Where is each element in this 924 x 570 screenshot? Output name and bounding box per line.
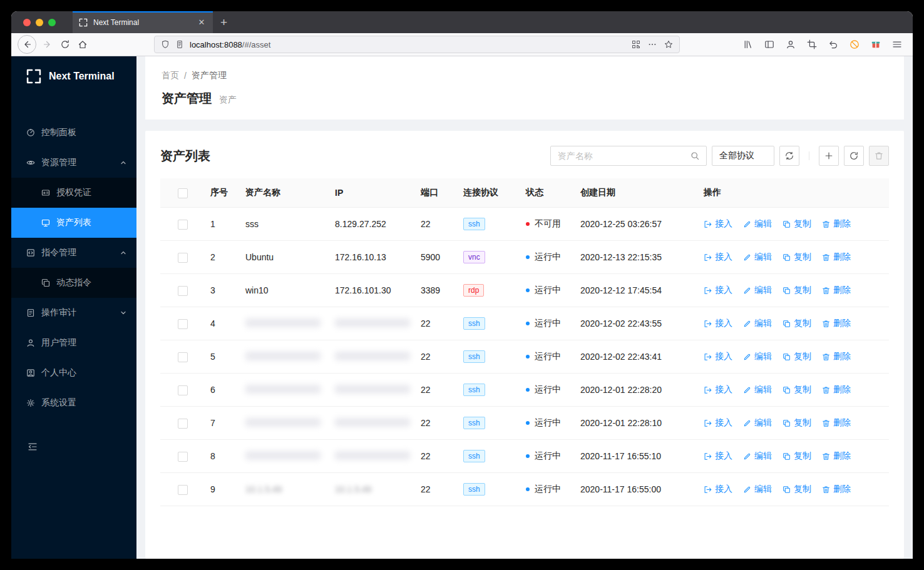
zoom-button[interactable] <box>48 19 56 26</box>
breadcrumb-home[interactable]: 首页 <box>162 70 179 81</box>
sidebar-item-dashboard[interactable]: 控制面板 <box>11 118 136 148</box>
app-logo[interactable]: Next Terminal <box>11 56 136 96</box>
edit-button[interactable]: 编辑 <box>743 351 772 362</box>
copy-button[interactable]: 复制 <box>783 351 811 362</box>
gift-extension-icon[interactable] <box>866 36 885 53</box>
row-checkbox[interactable] <box>178 319 188 329</box>
copy-button[interactable]: 复制 <box>783 252 811 263</box>
reload-button[interactable] <box>56 36 74 53</box>
search-input[interactable] <box>558 151 690 161</box>
browser-tab[interactable]: Next Terminal ✕ <box>73 11 213 33</box>
row-checkbox[interactable] <box>178 253 188 263</box>
row-checkbox[interactable] <box>178 452 188 462</box>
row-checkbox[interactable] <box>178 286 188 296</box>
sidebar-item-label: 控制面板 <box>41 127 76 138</box>
copy-button[interactable]: 复制 <box>783 417 811 429</box>
menu-hamburger-icon[interactable] <box>888 36 906 53</box>
delete-row-button[interactable]: 删除 <box>822 252 851 263</box>
sidebar-item-users[interactable]: 用户管理 <box>11 328 136 358</box>
access-button[interactable]: 接入 <box>704 484 732 495</box>
close-button[interactable] <box>23 19 31 26</box>
sidebar-item-settings[interactable]: 系统设置 <box>11 388 136 418</box>
sidebar-collapse-button[interactable] <box>11 442 136 452</box>
protocol-filter-select[interactable]: 全部协议 <box>712 146 774 166</box>
new-tab-button[interactable]: + <box>220 16 227 28</box>
delete-row-button[interactable]: 删除 <box>822 384 851 395</box>
delete-row-button[interactable]: 删除 <box>822 218 851 230</box>
access-button[interactable]: 接入 <box>704 318 732 329</box>
delete-row-button[interactable]: 删除 <box>822 450 851 462</box>
forward-button[interactable] <box>39 36 56 53</box>
back-button[interactable] <box>18 35 36 54</box>
asset-port: 22 <box>416 440 458 473</box>
refresh-button[interactable] <box>844 146 864 166</box>
access-button[interactable]: 接入 <box>704 218 732 230</box>
sidebar-item-dynamic-commands[interactable]: 动态指令 <box>11 268 136 298</box>
protocol-tag: ssh <box>463 350 485 363</box>
sidebar-item-credentials[interactable]: 授权凭证 <box>11 178 136 208</box>
edit-button[interactable]: 编辑 <box>743 484 772 495</box>
asset-search-box <box>550 146 707 166</box>
library-icon[interactable] <box>739 36 757 53</box>
delete-row-button[interactable]: 删除 <box>822 484 851 495</box>
delete-row-button[interactable]: 删除 <box>822 318 851 329</box>
address-bar[interactable]: localhost:8088/#/asset <box>154 36 680 53</box>
screenshot-crop-icon[interactable] <box>803 36 821 53</box>
copy-button[interactable]: 复制 <box>783 285 811 296</box>
delete-row-button[interactable]: 删除 <box>822 285 851 296</box>
tab-close-icon[interactable]: ✕ <box>196 17 207 28</box>
account-icon[interactable] <box>781 36 800 53</box>
select-all-checkbox[interactable] <box>178 188 188 198</box>
edit-button[interactable]: 编辑 <box>743 384 772 395</box>
home-button[interactable] <box>74 36 91 53</box>
content-blocker-icon[interactable] <box>845 36 864 53</box>
delete-row-button[interactable]: 删除 <box>822 351 851 362</box>
edit-button[interactable]: 编辑 <box>743 318 772 329</box>
tracking-shield-icon[interactable] <box>161 40 170 49</box>
protocol-filter-value: 全部协议 <box>719 150 754 161</box>
qr-code-icon[interactable] <box>632 40 640 49</box>
access-button[interactable]: 接入 <box>704 252 732 263</box>
edit-button[interactable]: 编辑 <box>743 417 772 429</box>
delete-button[interactable] <box>869 146 889 166</box>
copy-button[interactable]: 复制 <box>783 484 811 495</box>
page-info-icon[interactable] <box>175 40 184 49</box>
access-button[interactable]: 接入 <box>704 450 732 462</box>
sidebar-item-profile[interactable]: 个人中心 <box>11 358 136 388</box>
edit-button[interactable]: 编辑 <box>743 285 772 296</box>
access-button[interactable]: 接入 <box>704 351 732 362</box>
profile-icon <box>26 369 35 377</box>
search-icon[interactable] <box>690 151 699 160</box>
copy-button[interactable]: 复制 <box>783 384 811 395</box>
add-button[interactable] <box>819 146 839 166</box>
gear-icon <box>26 399 35 407</box>
page-actions-icon[interactable] <box>648 40 657 49</box>
sync-button[interactable] <box>779 146 799 166</box>
access-button[interactable]: 接入 <box>704 417 732 429</box>
row-checkbox[interactable] <box>178 419 188 429</box>
sidebar-item-commands[interactable]: 指令管理 <box>11 238 136 268</box>
sidebar-toggle-icon[interactable] <box>760 36 779 53</box>
table-row: 2Ubuntu172.16.10.135900vnc运行中2020-12-13 … <box>160 241 889 274</box>
copy-button[interactable]: 复制 <box>783 218 811 230</box>
row-checkbox[interactable] <box>178 352 188 362</box>
edit-button[interactable]: 编辑 <box>743 252 772 263</box>
access-button[interactable]: 接入 <box>704 384 732 395</box>
sidebar-item-label: 资产列表 <box>56 217 91 228</box>
code-icon <box>26 248 35 257</box>
minimize-button[interactable] <box>36 19 43 26</box>
row-checkbox[interactable] <box>178 220 188 230</box>
row-checkbox[interactable] <box>178 385 188 395</box>
sidebar-item-resources[interactable]: 资源管理 <box>11 148 136 178</box>
copy-button[interactable]: 复制 <box>783 318 811 329</box>
edit-button[interactable]: 编辑 <box>743 450 772 462</box>
sidebar-item-asset-list[interactable]: 资产列表 <box>11 208 136 238</box>
row-checkbox[interactable] <box>178 485 188 495</box>
sidebar-item-audit[interactable]: 操作审计 <box>11 298 136 328</box>
delete-row-button[interactable]: 删除 <box>822 417 851 429</box>
edit-button[interactable]: 编辑 <box>743 218 772 230</box>
access-button[interactable]: 接入 <box>704 285 732 296</box>
bookmark-star-icon[interactable] <box>664 40 673 49</box>
copy-button[interactable]: 复制 <box>783 450 811 462</box>
undo-icon[interactable] <box>824 36 843 53</box>
